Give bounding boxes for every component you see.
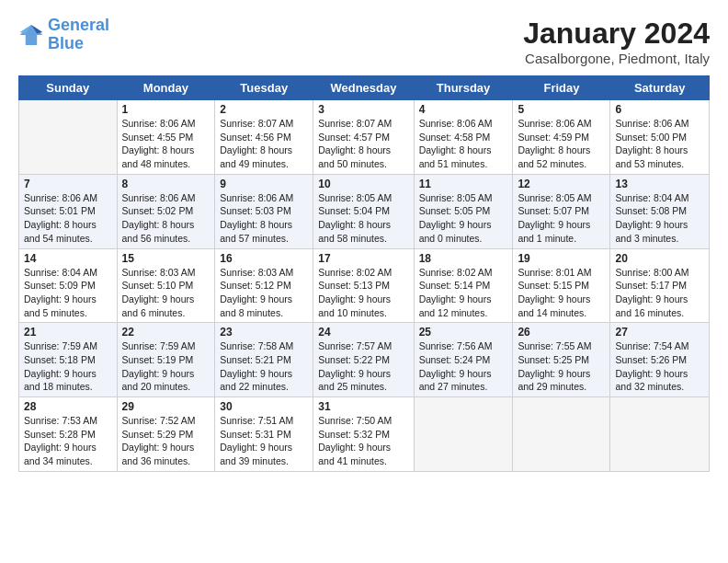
col-thursday: Thursday (414, 76, 513, 100)
day-info: Sunrise: 8:05 AM Sunset: 5:05 PM Dayligh… (419, 191, 508, 246)
day-number: 11 (419, 178, 508, 190)
day-info: Sunrise: 7:53 AM Sunset: 5:28 PM Dayligh… (24, 414, 112, 468)
col-sunday: Sunday (19, 76, 118, 100)
table-row: 19Sunrise: 8:01 AM Sunset: 5:15 PM Dayli… (513, 248, 610, 323)
table-row: 5Sunrise: 8:06 AM Sunset: 4:59 PM Daylig… (513, 100, 610, 175)
day-number: 23 (220, 326, 308, 339)
table-row (19, 100, 118, 175)
day-info: Sunrise: 8:02 AM Sunset: 5:14 PM Dayligh… (419, 266, 508, 320)
day-number: 30 (220, 400, 308, 413)
table-row: 28Sunrise: 7:53 AM Sunset: 5:28 PM Dayli… (19, 397, 118, 472)
day-number: 14 (24, 252, 112, 265)
table-row (414, 397, 513, 472)
day-info: Sunrise: 8:06 AM Sunset: 5:02 PM Dayligh… (122, 191, 210, 246)
day-info: Sunrise: 7:50 AM Sunset: 5:32 PM Dayligh… (318, 414, 408, 468)
day-number: 28 (24, 400, 112, 413)
table-row: 27Sunrise: 7:54 AM Sunset: 5:26 PM Dayli… (610, 323, 710, 397)
day-info: Sunrise: 8:07 AM Sunset: 4:56 PM Dayligh… (220, 117, 308, 171)
day-info: Sunrise: 8:06 AM Sunset: 4:58 PM Dayligh… (419, 117, 508, 171)
table-row: 2Sunrise: 8:07 AM Sunset: 4:56 PM Daylig… (215, 100, 313, 175)
day-number: 2 (220, 103, 308, 116)
table-row: 31Sunrise: 7:50 AM Sunset: 5:32 PM Dayli… (313, 397, 414, 472)
day-info: Sunrise: 7:59 AM Sunset: 5:19 PM Dayligh… (122, 339, 210, 394)
day-number: 16 (220, 252, 308, 265)
col-monday: Monday (117, 76, 215, 100)
col-wednesday: Wednesday (313, 76, 414, 100)
table-row: 6Sunrise: 8:06 AM Sunset: 5:00 PM Daylig… (610, 100, 710, 175)
day-number: 29 (122, 400, 210, 413)
table-row: 9Sunrise: 8:06 AM Sunset: 5:03 PM Daylig… (215, 174, 313, 248)
logo-line2: Blue (48, 35, 109, 53)
day-number: 9 (220, 178, 308, 190)
header: General Blue January 2024 Casalborgone, … (18, 17, 710, 66)
logo-line1: General (48, 17, 109, 35)
table-row: 24Sunrise: 7:57 AM Sunset: 5:22 PM Dayli… (313, 323, 414, 397)
day-number: 8 (122, 178, 210, 190)
table-row: 30Sunrise: 7:51 AM Sunset: 5:31 PM Dayli… (215, 397, 313, 472)
day-info: Sunrise: 7:52 AM Sunset: 5:29 PM Dayligh… (122, 414, 210, 468)
title-area: January 2024 Casalborgone, Piedmont, Ita… (523, 17, 710, 66)
table-row: 11Sunrise: 8:05 AM Sunset: 5:05 PM Dayli… (414, 174, 513, 248)
table-row: 16Sunrise: 8:03 AM Sunset: 5:12 PM Dayli… (215, 248, 313, 323)
table-row: 29Sunrise: 7:52 AM Sunset: 5:29 PM Dayli… (117, 397, 215, 472)
week-row-5: 28Sunrise: 7:53 AM Sunset: 5:28 PM Dayli… (19, 397, 710, 472)
day-info: Sunrise: 8:00 AM Sunset: 5:17 PM Dayligh… (615, 266, 704, 320)
day-number: 7 (24, 178, 112, 190)
day-info: Sunrise: 8:06 AM Sunset: 5:01 PM Dayligh… (24, 191, 112, 246)
day-number: 13 (615, 178, 704, 190)
day-info: Sunrise: 8:05 AM Sunset: 5:07 PM Dayligh… (518, 191, 605, 246)
day-info: Sunrise: 8:04 AM Sunset: 5:09 PM Dayligh… (24, 266, 112, 320)
logo-text: General Blue (48, 17, 109, 53)
day-number: 3 (318, 103, 408, 116)
table-row: 25Sunrise: 7:56 AM Sunset: 5:24 PM Dayli… (414, 323, 513, 397)
table-row: 20Sunrise: 8:00 AM Sunset: 5:17 PM Dayli… (610, 248, 710, 323)
table-row: 4Sunrise: 8:06 AM Sunset: 4:58 PM Daylig… (414, 100, 513, 175)
col-tuesday: Tuesday (215, 76, 313, 100)
day-info: Sunrise: 8:07 AM Sunset: 4:57 PM Dayligh… (318, 117, 408, 171)
week-row-4: 21Sunrise: 7:59 AM Sunset: 5:18 PM Dayli… (19, 323, 710, 397)
week-row-2: 7Sunrise: 8:06 AM Sunset: 5:01 PM Daylig… (19, 174, 710, 248)
day-info: Sunrise: 7:51 AM Sunset: 5:31 PM Dayligh… (220, 414, 308, 468)
col-saturday: Saturday (610, 76, 710, 100)
day-number: 6 (615, 103, 704, 116)
day-info: Sunrise: 8:06 AM Sunset: 5:03 PM Dayligh… (220, 191, 308, 246)
day-info: Sunrise: 7:59 AM Sunset: 5:18 PM Dayligh… (24, 339, 112, 394)
day-info: Sunrise: 8:06 AM Sunset: 4:59 PM Dayligh… (518, 117, 605, 171)
day-info: Sunrise: 7:54 AM Sunset: 5:26 PM Dayligh… (615, 339, 704, 394)
day-info: Sunrise: 8:01 AM Sunset: 5:15 PM Dayligh… (518, 266, 605, 320)
day-number: 22 (122, 326, 210, 339)
logo: General Blue (18, 17, 109, 53)
week-row-3: 14Sunrise: 8:04 AM Sunset: 5:09 PM Dayli… (19, 248, 710, 323)
day-info: Sunrise: 8:03 AM Sunset: 5:12 PM Dayligh… (220, 266, 308, 320)
day-info: Sunrise: 8:04 AM Sunset: 5:08 PM Dayligh… (615, 191, 704, 246)
day-info: Sunrise: 7:58 AM Sunset: 5:21 PM Dayligh… (220, 339, 308, 394)
day-number: 12 (518, 178, 605, 190)
svg-marker-0 (20, 25, 43, 45)
day-number: 21 (24, 326, 112, 339)
day-info: Sunrise: 7:57 AM Sunset: 5:22 PM Dayligh… (318, 339, 408, 394)
day-number: 17 (318, 252, 408, 265)
table-row: 17Sunrise: 8:02 AM Sunset: 5:13 PM Dayli… (313, 248, 414, 323)
table-row: 3Sunrise: 8:07 AM Sunset: 4:57 PM Daylig… (313, 100, 414, 175)
main-title: January 2024 (523, 17, 710, 51)
day-number: 4 (419, 103, 508, 116)
day-info: Sunrise: 7:55 AM Sunset: 5:25 PM Dayligh… (518, 339, 605, 394)
day-info: Sunrise: 8:03 AM Sunset: 5:10 PM Dayligh… (122, 266, 210, 320)
table-row: 10Sunrise: 8:05 AM Sunset: 5:04 PM Dayli… (313, 174, 414, 248)
subtitle: Casalborgone, Piedmont, Italy (523, 51, 710, 66)
table-row: 7Sunrise: 8:06 AM Sunset: 5:01 PM Daylig… (19, 174, 118, 248)
day-number: 27 (615, 326, 704, 339)
day-number: 24 (318, 326, 408, 339)
page: General Blue January 2024 Casalborgone, … (0, 0, 728, 483)
day-number: 19 (518, 252, 605, 265)
week-row-1: 1Sunrise: 8:06 AM Sunset: 4:55 PM Daylig… (19, 100, 710, 175)
day-info: Sunrise: 8:06 AM Sunset: 4:55 PM Dayligh… (122, 117, 210, 171)
table-row: 26Sunrise: 7:55 AM Sunset: 5:25 PM Dayli… (513, 323, 610, 397)
table-row: 12Sunrise: 8:05 AM Sunset: 5:07 PM Dayli… (513, 174, 610, 248)
table-row: 22Sunrise: 7:59 AM Sunset: 5:19 PM Dayli… (117, 323, 215, 397)
table-row: 18Sunrise: 8:02 AM Sunset: 5:14 PM Dayli… (414, 248, 513, 323)
col-friday: Friday (513, 76, 610, 100)
day-number: 5 (518, 103, 605, 116)
day-number: 10 (318, 178, 408, 190)
day-info: Sunrise: 8:05 AM Sunset: 5:04 PM Dayligh… (318, 191, 408, 246)
